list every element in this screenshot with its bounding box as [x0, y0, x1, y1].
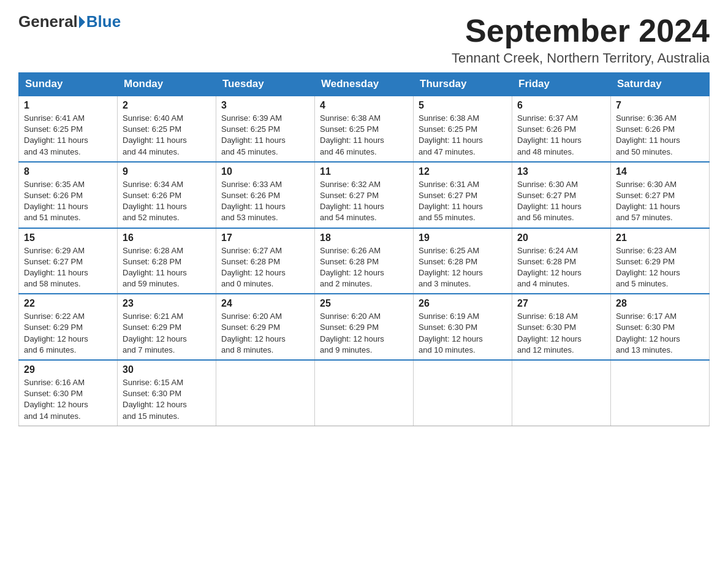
header-friday: Friday: [512, 73, 611, 96]
day-number: 20: [517, 232, 605, 243]
day-number: 27: [517, 298, 605, 309]
day-number: 9: [123, 166, 211, 177]
day-info: Sunrise: 6:37 AMSunset: 6:26 PMDaylight:…: [517, 113, 582, 156]
day-number: 28: [616, 298, 704, 309]
day-number: 11: [320, 166, 408, 177]
day-info: Sunrise: 6:32 AMSunset: 6:27 PMDaylight:…: [320, 180, 384, 223]
day-info: Sunrise: 6:26 AMSunset: 6:28 PMDaylight:…: [320, 246, 384, 289]
calendar-cell: [414, 360, 512, 426]
day-number: 10: [221, 166, 309, 177]
logo-general-text: General: [18, 12, 78, 31]
day-info: Sunrise: 6:19 AMSunset: 6:30 PMDaylight:…: [419, 312, 483, 354]
calendar-cell: 23 Sunrise: 6:21 AMSunset: 6:29 PMDaylig…: [118, 294, 216, 360]
day-info: Sunrise: 6:33 AMSunset: 6:26 PMDaylight:…: [221, 180, 286, 223]
day-number: 3: [221, 100, 309, 111]
calendar-cell: 26 Sunrise: 6:19 AMSunset: 6:30 PMDaylig…: [414, 294, 512, 360]
calendar-cell: [611, 360, 710, 426]
day-info: Sunrise: 6:38 AMSunset: 6:25 PMDaylight:…: [419, 113, 483, 156]
day-info: Sunrise: 6:27 AMSunset: 6:28 PMDaylight:…: [221, 246, 286, 289]
calendar-cell: [216, 360, 315, 426]
day-number: 6: [517, 100, 605, 111]
day-info: Sunrise: 6:36 AMSunset: 6:26 PMDaylight:…: [616, 113, 680, 156]
calendar-cell: 3 Sunrise: 6:39 AMSunset: 6:25 PMDayligh…: [216, 96, 315, 162]
header-monday: Monday: [118, 73, 216, 96]
day-number: 14: [616, 166, 704, 177]
day-info: Sunrise: 6:30 AMSunset: 6:27 PMDaylight:…: [517, 180, 582, 223]
day-number: 17: [221, 232, 309, 243]
calendar-cell: 24 Sunrise: 6:20 AMSunset: 6:29 PMDaylig…: [216, 294, 315, 360]
day-info: Sunrise: 6:21 AMSunset: 6:29 PMDaylight:…: [123, 312, 187, 354]
day-info: Sunrise: 6:40 AMSunset: 6:25 PMDaylight:…: [123, 113, 187, 156]
calendar-cell: 17 Sunrise: 6:27 AMSunset: 6:28 PMDaylig…: [216, 228, 315, 294]
day-info: Sunrise: 6:29 AMSunset: 6:27 PMDaylight:…: [24, 246, 88, 289]
day-number: 4: [320, 100, 408, 111]
calendar-subtitle: Tennant Creek, Northern Territory, Austr…: [452, 50, 710, 66]
day-number: 24: [221, 298, 309, 309]
calendar-cell: 4 Sunrise: 6:38 AMSunset: 6:25 PMDayligh…: [315, 96, 414, 162]
title-area: September 2024 Tennant Creek, Northern T…: [452, 12, 710, 66]
header-saturday: Saturday: [611, 73, 710, 96]
header-sunday: Sunday: [19, 73, 118, 96]
day-info: Sunrise: 6:16 AMSunset: 6:30 PMDaylight:…: [24, 378, 88, 421]
calendar-cell: 5 Sunrise: 6:38 AMSunset: 6:25 PMDayligh…: [414, 96, 512, 162]
calendar-cell: 9 Sunrise: 6:34 AMSunset: 6:26 PMDayligh…: [118, 162, 216, 228]
calendar-cell: 29 Sunrise: 6:16 AMSunset: 6:30 PMDaylig…: [19, 360, 118, 426]
calendar-cell: 8 Sunrise: 6:35 AMSunset: 6:26 PMDayligh…: [19, 162, 118, 228]
day-info: Sunrise: 6:38 AMSunset: 6:25 PMDaylight:…: [320, 113, 384, 156]
day-info: Sunrise: 6:30 AMSunset: 6:27 PMDaylight:…: [616, 180, 680, 223]
day-info: Sunrise: 6:24 AMSunset: 6:28 PMDaylight:…: [517, 246, 582, 289]
day-info: Sunrise: 6:31 AMSunset: 6:27 PMDaylight:…: [419, 180, 483, 223]
day-number: 15: [24, 232, 112, 243]
logo: General Blue: [18, 12, 121, 31]
logo-blue-text: Blue: [86, 12, 121, 31]
header-thursday: Thursday: [414, 73, 512, 96]
day-number: 8: [24, 166, 112, 177]
day-info: Sunrise: 6:23 AMSunset: 6:29 PMDaylight:…: [616, 246, 680, 289]
day-number: 21: [616, 232, 704, 243]
calendar-cell: 20 Sunrise: 6:24 AMSunset: 6:28 PMDaylig…: [512, 228, 611, 294]
day-number: 22: [24, 298, 112, 309]
day-info: Sunrise: 6:35 AMSunset: 6:26 PMDaylight:…: [24, 180, 88, 223]
calendar-table: SundayMondayTuesdayWednesdayThursdayFrid…: [18, 72, 710, 426]
day-number: 19: [419, 232, 507, 243]
calendar-cell: 19 Sunrise: 6:25 AMSunset: 6:28 PMDaylig…: [414, 228, 512, 294]
calendar-cell: 16 Sunrise: 6:28 AMSunset: 6:28 PMDaylig…: [118, 228, 216, 294]
header-tuesday: Tuesday: [216, 73, 315, 96]
calendar-title: September 2024: [452, 12, 710, 49]
day-info: Sunrise: 6:18 AMSunset: 6:30 PMDaylight:…: [517, 312, 582, 354]
calendar-cell: 10 Sunrise: 6:33 AMSunset: 6:26 PMDaylig…: [216, 162, 315, 228]
calendar-header-row: SundayMondayTuesdayWednesdayThursdayFrid…: [19, 73, 710, 96]
calendar-cell: 28 Sunrise: 6:17 AMSunset: 6:30 PMDaylig…: [611, 294, 710, 360]
day-info: Sunrise: 6:28 AMSunset: 6:28 PMDaylight:…: [123, 246, 187, 289]
day-number: 29: [24, 364, 112, 375]
day-number: 1: [24, 100, 112, 111]
day-info: Sunrise: 6:15 AMSunset: 6:30 PMDaylight:…: [123, 378, 187, 421]
day-number: 26: [419, 298, 507, 309]
day-number: 13: [517, 166, 605, 177]
day-info: Sunrise: 6:39 AMSunset: 6:25 PMDaylight:…: [221, 113, 286, 156]
day-number: 18: [320, 232, 408, 243]
day-info: Sunrise: 6:20 AMSunset: 6:29 PMDaylight:…: [320, 312, 384, 354]
day-number: 23: [123, 298, 211, 309]
calendar-cell: 15 Sunrise: 6:29 AMSunset: 6:27 PMDaylig…: [19, 228, 118, 294]
calendar-cell: 14 Sunrise: 6:30 AMSunset: 6:27 PMDaylig…: [611, 162, 710, 228]
calendar-cell: [512, 360, 611, 426]
day-info: Sunrise: 6:34 AMSunset: 6:26 PMDaylight:…: [123, 180, 187, 223]
calendar-cell: 27 Sunrise: 6:18 AMSunset: 6:30 PMDaylig…: [512, 294, 611, 360]
day-info: Sunrise: 6:17 AMSunset: 6:30 PMDaylight:…: [616, 312, 680, 354]
day-number: 5: [419, 100, 507, 111]
calendar-cell: 12 Sunrise: 6:31 AMSunset: 6:27 PMDaylig…: [414, 162, 512, 228]
day-info: Sunrise: 6:22 AMSunset: 6:29 PMDaylight:…: [24, 312, 88, 354]
calendar-cell: 13 Sunrise: 6:30 AMSunset: 6:27 PMDaylig…: [512, 162, 611, 228]
day-number: 25: [320, 298, 408, 309]
week-row-4: 22 Sunrise: 6:22 AMSunset: 6:29 PMDaylig…: [19, 294, 710, 360]
week-row-5: 29 Sunrise: 6:16 AMSunset: 6:30 PMDaylig…: [19, 360, 710, 426]
day-number: 16: [123, 232, 211, 243]
day-number: 30: [123, 364, 211, 375]
week-row-3: 15 Sunrise: 6:29 AMSunset: 6:27 PMDaylig…: [19, 228, 710, 294]
calendar-cell: 21 Sunrise: 6:23 AMSunset: 6:29 PMDaylig…: [611, 228, 710, 294]
calendar-cell: 1 Sunrise: 6:41 AMSunset: 6:25 PMDayligh…: [19, 96, 118, 162]
day-info: Sunrise: 6:25 AMSunset: 6:28 PMDaylight:…: [419, 246, 483, 289]
day-info: Sunrise: 6:20 AMSunset: 6:29 PMDaylight:…: [221, 312, 286, 354]
calendar-cell: 11 Sunrise: 6:32 AMSunset: 6:27 PMDaylig…: [315, 162, 414, 228]
